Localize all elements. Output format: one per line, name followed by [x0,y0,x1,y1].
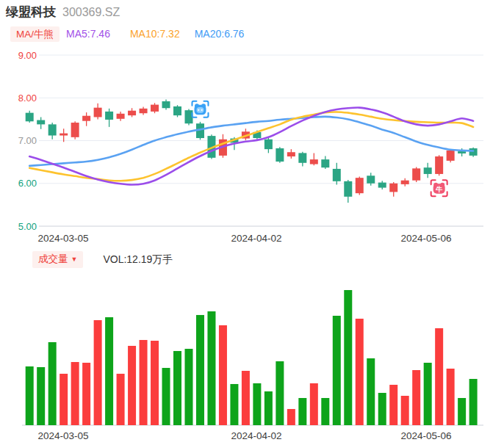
legend-item-ma10: MA10:7.32 [130,28,180,40]
ma-legend: MA/牛熊 MA5:7.46 MA10:7.32 MA20:6.76 [10,26,244,42]
volume-bar [60,374,68,425]
volume-bar [184,349,192,425]
volume-bar [117,374,125,425]
candle-body [94,108,102,117]
volume-bar [356,319,364,425]
volume-bar [94,320,102,425]
candle-body [298,153,306,162]
volume-bar [447,369,455,425]
candle-body [37,120,45,125]
volume-bar [276,361,284,425]
volume-bars [26,290,478,425]
candlesticks [26,100,478,203]
stock-chart-page: 9.008.007.006.005.00牛2024-03-052024-04-0… [0,0,504,445]
candle-body [344,181,352,197]
candle-body [151,105,159,112]
volume-bar [105,317,113,425]
candle-body [82,116,90,121]
caret-down-icon: ▼ [71,256,78,263]
volume-bar [230,384,238,425]
volume-bar [412,370,420,425]
volume-bar [367,358,375,425]
candle-body [105,112,113,120]
page-header: 绿盟科技 300369.SZ [6,4,120,21]
volume-bar [162,368,170,425]
volume-bar [140,340,148,425]
volume-bar [264,391,273,425]
candle-body [48,124,57,135]
candle-body [447,151,455,161]
candle-body [128,111,136,115]
bear-marker[interactable] [192,101,208,117]
candle-body [287,152,295,156]
x-axis-tick: 2024-04-02 [231,430,281,441]
volume-header: 成交量▼ VOL:12.19万手 [32,251,173,268]
volume-bar [321,398,329,425]
candle-body [401,181,409,184]
x-axis-tick: 2024-05-06 [400,430,451,441]
volume-bar [298,398,306,425]
price-volume-canvas: 9.008.007.006.005.00牛2024-03-052024-04-0… [0,0,504,445]
stock-title: 绿盟科技 [6,4,56,21]
candle-body [412,168,420,180]
volume-indicator-selector[interactable]: 成交量▼ [32,251,83,268]
volume-bar [48,342,57,425]
candle-body [333,169,341,181]
candle-body [173,106,181,115]
volume-bar [82,363,90,425]
candle-body [378,183,386,188]
volume-bar [333,316,341,425]
legend-item-ma20: MA20:6.76 [195,28,245,40]
volume-bar [469,379,478,425]
volume-indicator-label: 成交量 [38,253,68,264]
volume-bar [151,341,159,425]
x-axis-tick: 2024-03-05 [37,430,88,441]
candle-body [424,167,432,174]
candle-body [162,101,170,108]
volume-bar [310,383,318,425]
volume-bar [128,346,136,425]
candle-body [458,151,466,153]
volume-bar [389,385,397,425]
candle-body [367,176,375,183]
candle-body [356,178,364,193]
volume-bar [458,398,466,425]
x-axis-tick: 2024-04-02 [231,233,281,244]
bull-marker[interactable]: 牛 [431,180,447,196]
candle-body [26,113,34,122]
candle-body [117,114,125,119]
volume-bar [219,325,227,425]
candle-body [140,109,148,113]
candle-body [60,134,68,136]
y-axis-tick: 8.00 [18,93,37,104]
volume-bar [196,315,204,425]
candle-body [469,148,478,156]
volume-bar [242,371,250,425]
volume-bar [71,362,79,425]
candle-body [310,159,318,164]
volume-bar [253,383,261,425]
volume-bar [378,393,386,425]
volume-bar [37,367,45,425]
candle-body [276,148,284,162]
candle-body [264,140,273,149]
volume-bar [173,351,181,425]
volume-bar [207,311,215,425]
candle-body [435,156,443,174]
x-axis-tick: 2024-03-05 [37,233,88,244]
legend-item-ma5: MA5:7.46 [66,28,110,40]
ma5-line [29,108,473,185]
stock-code: 300369.SZ [62,6,120,19]
volume-bar [26,366,34,425]
volume-value: VOL:12.19万手 [103,253,173,267]
y-axis-tick: 9.00 [18,50,37,61]
volume-bar [424,363,432,425]
volume-bar [435,328,443,425]
y-axis-tick: 6.00 [18,178,37,189]
ma-bullbear-selector[interactable]: MA/牛熊 [10,26,60,42]
volume-bar [401,396,409,425]
candle-body [321,159,329,167]
y-axis-tick: 7.00 [18,135,37,146]
candle-body [71,123,79,137]
volume-bar [287,409,295,425]
